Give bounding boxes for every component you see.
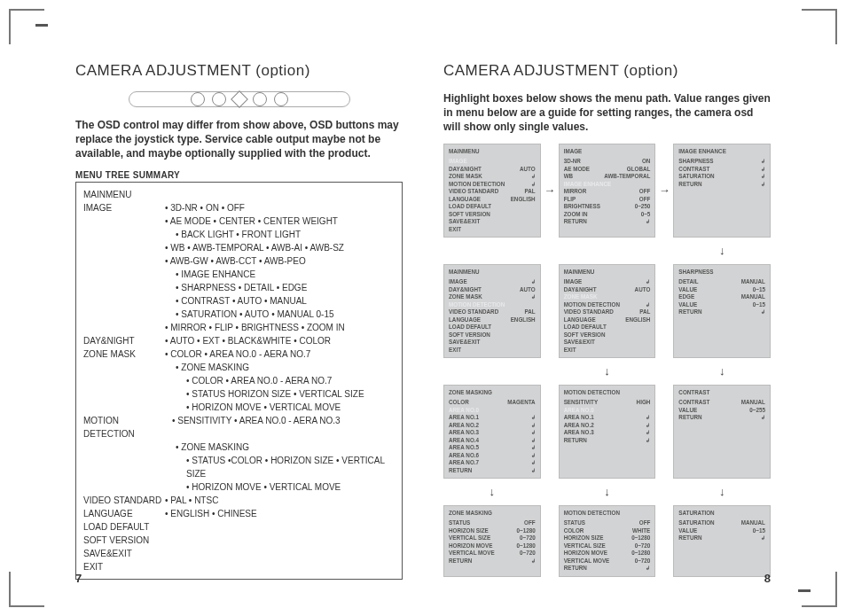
menu-tree-key — [83, 268, 165, 281]
osd-box-title: MOTION DETECTION — [564, 510, 651, 518]
osd-menu-row: VALUE0~15 — [678, 527, 765, 535]
osd-menu-row: ZONE MASK↲ — [449, 293, 536, 301]
osd-row-value: 0~15 — [753, 301, 765, 309]
menu-tree-key: IMAGE — [83, 201, 165, 214]
osd-row-key: AE MODE — [564, 166, 590, 174]
menu-tree-row: • MIRROR • FLIP • BRIGHTNESS • ZOOM IN — [83, 321, 395, 334]
menu-tree-value — [165, 520, 395, 534]
osd-menu-row: AREA NO.4↲ — [449, 437, 536, 445]
osd-row-value: AUTO — [520, 286, 536, 294]
osd-row-key: EDGE — [678, 293, 694, 301]
osd-row-value: ↲ — [646, 414, 650, 422]
osd-row-value: 0~15 — [753, 527, 765, 535]
osd-menu-row: CONTRASTMANUAL — [678, 399, 765, 407]
osd-row-key: SOFT VERSION — [564, 331, 606, 339]
osd-menu-row: VALUE0~15 — [678, 301, 765, 309]
menu-tree-key: LANGUAGE — [83, 507, 165, 520]
osd-menu-row: AE MODEGLOBAL — [564, 166, 651, 174]
osd-menu-box: IMAGE ENHANCESHARPNESS↲CONTRAST↲SATURATI… — [673, 144, 771, 238]
osd-menu-row: ZONE MASK — [564, 293, 651, 301]
osd-row-value: ↲ — [531, 452, 536, 460]
osd-row-value: 0~250 — [635, 203, 651, 211]
osd-row-value: ↲ — [646, 422, 650, 430]
osd-menu-row: COLORWHITE — [564, 527, 651, 535]
osd-row-value: PAL — [525, 188, 536, 196]
osd-row-key: AREA NO.7 — [449, 459, 479, 467]
osd-menu-row: ZOOM IN0~5 — [564, 211, 651, 219]
menu-tree-row: • ZONE MASKING — [83, 441, 395, 454]
controller-button-icon — [274, 92, 288, 106]
osd-menu-row: IMAGE ENHANCE — [564, 181, 651, 189]
menu-tree-row: SAVE&EXIT — [83, 547, 395, 560]
osd-menu-row: LOAD DEFAULT — [449, 203, 536, 211]
osd-row-key: RETURN — [678, 181, 701, 189]
menu-tree-value: • HORIZON MOVE • VERTICAL MOVE — [165, 401, 395, 414]
menu-tree-heading: MENU TREE SUMMARY — [75, 170, 403, 180]
page-number: 7 — [75, 572, 82, 585]
menu-tree-row: • CONTRAST • AUTO • MANUAL — [83, 294, 395, 308]
osd-row-value: OFF — [639, 196, 651, 204]
menu-tree-key — [83, 374, 165, 387]
osd-row-key: AREA NO.4 — [449, 437, 479, 445]
menu-tree-key — [83, 321, 165, 334]
menu-tree-key: ZONE MASK — [83, 347, 165, 361]
osd-box-title: ZONE MASKING — [449, 510, 536, 518]
menu-tree-value: • CONTRAST • AUTO • MANUAL — [165, 294, 395, 308]
arrow-down-icon: ↓ — [673, 243, 771, 259]
osd-box-title: MAINMENU — [564, 269, 651, 277]
osd-menu-row: ZONE MASK↲ — [449, 173, 536, 181]
osd-row-value: OFF — [639, 519, 651, 527]
osd-menu-row: AREA NO.2↲ — [564, 422, 651, 430]
menu-tree-key — [83, 254, 165, 268]
menu-tree-row: VIDEO STANDARD• PAL • NTSC — [83, 494, 395, 507]
menu-tree-row: • HORIZON MOVE • VERTICAL MOVE — [83, 480, 395, 494]
osd-menu-row: LANGUAGEENGLISH — [449, 316, 536, 324]
osd-row-value: MANUAL — [741, 399, 765, 407]
osd-menu-row: SAVE&EXIT — [449, 218, 536, 226]
osd-box-title: SHARPNESS — [678, 269, 765, 277]
osd-row-value: ↲ — [761, 181, 765, 189]
osd-row-key: IMAGE — [449, 158, 467, 166]
menu-tree-value: • ENGLISH • CHINESE — [165, 507, 395, 520]
osd-row-value: ↲ — [531, 429, 536, 437]
crop-mark-tr — [802, 9, 837, 44]
trim-bar-bottom — [798, 589, 811, 592]
osd-row-value: 0~720 — [635, 558, 651, 565]
osd-row-key: AREA NO.1 — [449, 414, 479, 422]
osd-row-value: MANUAL — [741, 278, 765, 286]
osd-menu-row: DAY&NIGHTAUTO — [564, 286, 651, 294]
osd-row-value: ↲ — [531, 459, 536, 467]
osd-menu-row: HORIZON MOVE0~1280 — [449, 542, 536, 550]
menu-tree-value — [165, 534, 395, 547]
page-number: 8 — [764, 572, 771, 585]
osd-row-value: ENGLISH — [511, 196, 536, 204]
osd-row-key: SENSITIVITY — [564, 399, 599, 407]
menu-tree-row: • SHARPNESS • DETAIL • EDGE — [83, 281, 395, 294]
menu-tree-key — [83, 214, 165, 228]
osd-menu-row: SOFT VERSION — [564, 331, 651, 339]
osd-row-key: CONTRAST — [678, 166, 709, 174]
osd-row-key: AREA NO.3 — [564, 429, 594, 437]
osd-menu-row: RETURN↲ — [564, 565, 651, 573]
osd-row-key: LOAD DEFAULT — [564, 324, 607, 331]
osd-row-value: ↲ — [531, 278, 536, 286]
osd-row-value: AUTO — [520, 166, 536, 174]
menu-tree-box: MAINMENU IMAGE• 3D-NR • ON • OFF• AE MOD… — [75, 182, 403, 580]
arrow-down-icon: ↓ — [559, 363, 656, 379]
menu-tree-value: • BACK LIGHT • FRONT LIGHT — [165, 228, 395, 241]
menu-tree-row: LOAD DEFAULT — [83, 520, 395, 534]
osd-row-value: 0~1280 — [631, 550, 650, 558]
osd-row-key: SAVE&EXIT — [449, 339, 480, 347]
menu-tree-value: • AWB-GW • AWB-CCT • AWB-PEO — [165, 254, 395, 268]
osd-row-key: LANGUAGE — [564, 316, 596, 324]
osd-row-value: PAL — [639, 308, 650, 316]
osd-menu-row: IMAGE — [449, 158, 536, 166]
osd-menu-row: AREA NO.5↲ — [449, 444, 536, 452]
menu-tree-value — [165, 547, 395, 560]
osd-row-key: 3D-NR — [564, 158, 581, 166]
osd-box-title: MOTION DETECTION — [564, 389, 651, 397]
menu-tree-row: SOFT VERSION — [83, 534, 395, 547]
osd-row-key: SAVE&EXIT — [564, 339, 595, 347]
osd-menu-row: AREA NO.6↲ — [449, 452, 536, 460]
osd-menu-row: SENSITIVITYHIGH — [564, 399, 651, 407]
